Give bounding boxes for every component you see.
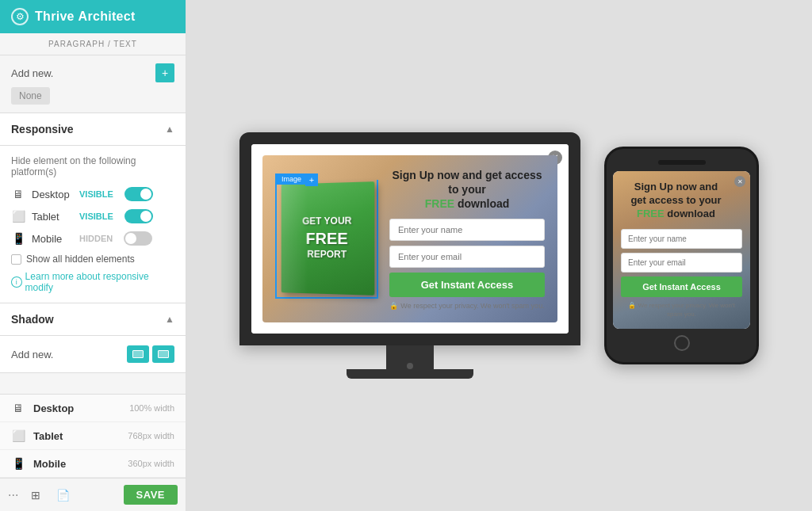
phone-popup: ✕ Sign Up now and get access to your FRE… (613, 171, 750, 328)
phone-frame: ✕ Sign Up now and get access to your FRE… (604, 147, 759, 364)
toggle-knob-tablet (140, 211, 151, 222)
platform-row-mobile: 📱 Mobile HIDDEN (11, 231, 174, 246)
toolbar-file-icon[interactable]: 📄 (52, 486, 74, 505)
main-content: ✕ Image + GET (186, 0, 812, 511)
phone-home-button[interactable] (674, 335, 690, 351)
desktop-icon: 🖥 (11, 188, 25, 200)
learn-more-label: Learn more about responsive modify (25, 271, 174, 293)
popup-title-line1: Sign Up now and get access to your (392, 169, 542, 196)
device-desktop-name: Desktop (33, 402, 121, 414)
phone-title-line1: Sign Up now and (634, 181, 718, 193)
name-input-desktop[interactable] (389, 219, 545, 241)
monitor-screen: ✕ Image + GET (251, 144, 569, 334)
privacy-text-mobile: 🔒 We respect your privacy. We won't spam… (621, 301, 742, 318)
device-item-desktop[interactable]: 🖥 Desktop 100% width (0, 395, 186, 422)
desktop-preview: ✕ Image + GET (239, 132, 580, 379)
breadcrumb: PARAGRAPH / TEXT (0, 33, 186, 55)
email-input-desktop[interactable] (389, 246, 545, 268)
info-icon: i (11, 276, 22, 288)
responsive-section-title[interactable]: Responsive ▲ (0, 113, 186, 146)
platform-status-mobile: HIDDEN (79, 234, 113, 243)
gear-icon: ⚙ (11, 8, 29, 25)
responsive-description: Hide element on the following platform(s… (11, 155, 174, 177)
toolbar-dots-icon: ··· (8, 488, 18, 502)
device-mobile-icon: 📱 (11, 457, 25, 470)
show-hidden-checkbox[interactable] (11, 254, 21, 265)
shadow-btn-inner-2 (158, 350, 169, 358)
popup-title-line2: download (458, 197, 509, 210)
email-input-mobile[interactable] (621, 253, 742, 273)
platform-status-tablet: VISIBLE (79, 212, 113, 221)
toggle-desktop[interactable] (124, 187, 153, 201)
image-plus-icon[interactable]: + (305, 174, 318, 186)
shadow-btn-1[interactable] (127, 345, 149, 363)
device-tablet-name: Tablet (33, 430, 120, 442)
shadow-label: Shadow (11, 313, 54, 326)
shadow-add-row: Add new. (11, 345, 174, 363)
shadow-chevron-icon: ▲ (165, 314, 174, 325)
book-text: GET YOUR FREE REPORT (302, 215, 351, 261)
tablet-icon: ⬜ (11, 210, 25, 223)
phone-popup-close[interactable]: ✕ (734, 176, 745, 187)
brand-name: Thrive (35, 10, 75, 23)
platform-name-tablet: Tablet (32, 211, 73, 223)
none-badge: None (11, 87, 50, 105)
shadow-btn-inner-1 (132, 350, 144, 358)
device-tablet-info: 768px width (128, 431, 174, 440)
popup-title: Sign Up now and get access to your FREE … (389, 168, 545, 212)
device-desktop-icon: 🖥 (11, 402, 25, 414)
platform-name-mobile: Mobile (32, 233, 73, 245)
toggle-knob-desktop (140, 189, 151, 200)
show-hidden-row: Show all hidden elements (11, 254, 174, 265)
platform-row-desktop: 🖥 Desktop VISIBLE (11, 187, 174, 201)
popup-background: Image + GET YOUR FREE REPORT (262, 155, 557, 323)
device-item-tablet[interactable]: ⬜ Tablet 768px width (0, 422, 186, 450)
responsive-label: Responsive (11, 123, 74, 135)
add-new-label: Add new. (11, 67, 54, 79)
phone-notch (658, 160, 706, 165)
learn-more-link[interactable]: i Learn more about responsive modify (11, 271, 174, 293)
book-cover: GET YOUR FREE REPORT (282, 181, 375, 296)
toggle-tablet[interactable] (124, 209, 153, 223)
save-button[interactable]: SAVE (124, 485, 178, 505)
shadow-section-title[interactable]: Shadow ▲ (0, 303, 186, 336)
popup-form-side: Sign Up now and get access to your FREE … (389, 168, 545, 311)
phone-title-line3: download (667, 208, 715, 219)
sidebar-header: ⚙ Thrive Architect (0, 0, 186, 33)
device-mobile-info: 360px width (128, 459, 174, 468)
chevron-up-icon: ▲ (165, 124, 174, 135)
mobile-icon: 📱 (11, 232, 25, 245)
phone-popup-title: Sign Up now and get access to your FREE … (621, 181, 742, 221)
privacy-text-desktop: 🔒 We respect your privacy. We won't spam… (389, 302, 545, 310)
phone-title-line2: get access to your (630, 194, 721, 206)
monitor-base (347, 369, 473, 379)
book-free: FREE (302, 227, 351, 248)
monitor-frame: ✕ Image + GET (239, 132, 580, 346)
name-input-mobile[interactable] (621, 229, 742, 249)
popup-title-free: FREE (425, 197, 454, 210)
shadow-btn-2[interactable] (152, 345, 174, 363)
phone-title-free: FREE (637, 208, 665, 219)
book-line2: REPORT (307, 248, 347, 259)
shadow-add-label: Add new. (11, 349, 54, 360)
popup-content: Image + GET YOUR FREE REPORT (275, 168, 545, 311)
toggle-knob-mobile (125, 233, 136, 244)
toolbar-device-icon[interactable]: ⊞ (25, 486, 47, 505)
book-line1: GET YOUR (302, 215, 351, 227)
book-shine (282, 183, 308, 293)
phone-screen: ✕ Sign Up now and get access to your FRE… (613, 171, 750, 328)
device-tablet-icon: ⬜ (11, 429, 25, 442)
cta-button-desktop[interactable]: Get Instant Access (389, 273, 545, 297)
cta-button-mobile[interactable]: Get Instant Access (621, 276, 742, 297)
device-item-mobile[interactable]: 📱 Mobile 360px width (0, 450, 186, 478)
bottom-toolbar: ··· ⊞ 📄 SAVE (0, 478, 186, 511)
toggle-mobile[interactable] (124, 231, 152, 246)
popup-overlay: ✕ Image + GET (251, 144, 569, 334)
add-new-button[interactable]: + (155, 63, 174, 82)
app-title: Thrive Architect (35, 10, 136, 24)
device-desktop-info: 100% width (129, 403, 174, 413)
platform-row-tablet: ⬜ Tablet VISIBLE (11, 209, 174, 223)
shadow-section: Add new. (0, 336, 186, 373)
monitor-neck (386, 345, 434, 369)
product-name: Architect (79, 10, 136, 23)
